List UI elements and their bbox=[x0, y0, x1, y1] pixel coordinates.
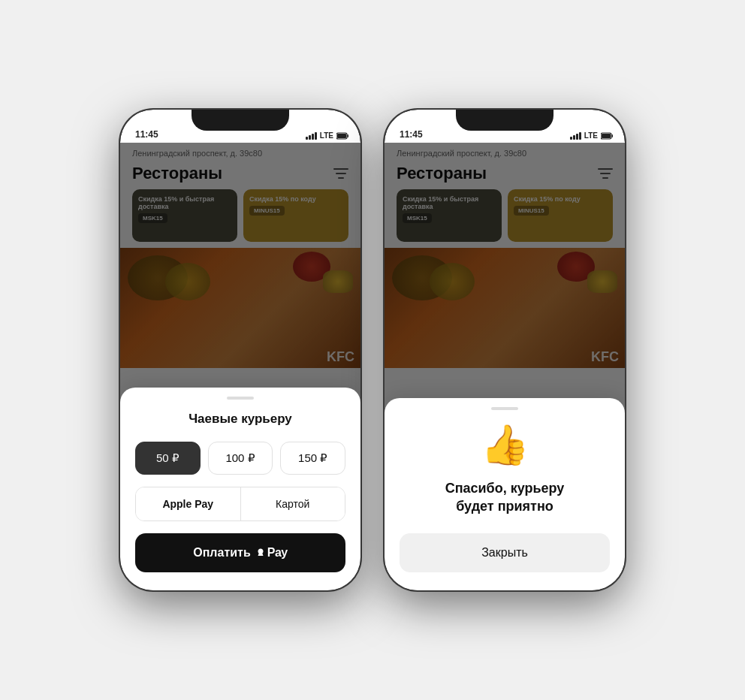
sheet-handle-1 bbox=[227, 397, 254, 400]
battery-icon-2 bbox=[601, 132, 613, 140]
tip-150-button[interactable]: 150 ₽ bbox=[280, 442, 345, 475]
apple-pay-logo: Pay bbox=[255, 546, 288, 560]
svg-rect-2 bbox=[337, 134, 346, 138]
signal-type-2: LTE bbox=[584, 131, 598, 140]
phone-frame-2: 11:45 LTE bbox=[385, 110, 625, 590]
signal-type-1: LTE bbox=[320, 131, 333, 140]
svg-rect-1 bbox=[348, 134, 349, 137]
apple-pay-tab[interactable]: Apple Pay bbox=[136, 487, 241, 520]
tips-sheet: Чаевые курьеру 50 ₽ 100 ₽ 150 ₽ Apple Pa… bbox=[120, 388, 360, 590]
success-message: Спасибо, курьерубудет приятно bbox=[400, 480, 610, 515]
sheet-title-tips: Чаевые курьеру bbox=[135, 412, 345, 427]
card-tab[interactable]: Картой bbox=[241, 487, 345, 520]
status-right-1: LTE bbox=[306, 131, 348, 140]
svg-rect-5 bbox=[602, 134, 611, 138]
signal-bars-1 bbox=[306, 132, 317, 140]
time-1: 11:45 bbox=[132, 129, 158, 140]
phone-frame-1: 11:45 LTE bbox=[120, 110, 360, 590]
notch-2 bbox=[456, 110, 553, 131]
notch-1 bbox=[192, 110, 289, 131]
phone-screen-1: 11:45 LTE bbox=[120, 110, 360, 590]
tip-options: 50 ₽ 100 ₽ 150 ₽ bbox=[135, 442, 345, 475]
pay-button-label: Оплатить bbox=[193, 546, 251, 560]
close-button[interactable]: Закрыть bbox=[400, 533, 610, 572]
success-emoji: 👍 bbox=[400, 422, 610, 468]
phone-screen-2: 11:45 LTE bbox=[385, 110, 625, 590]
pay-apple-pay-button[interactable]: Оплатить Pay bbox=[135, 533, 345, 572]
phone-tips: 11:45 LTE bbox=[120, 110, 360, 590]
payment-tabs: Apple Pay Картой bbox=[135, 487, 345, 521]
sheet-handle-2 bbox=[491, 407, 518, 410]
success-sheet: 👍 Спасибо, курьерубудет приятно Закрыть bbox=[385, 398, 625, 590]
signal-bars-2 bbox=[570, 132, 581, 140]
time-2: 11:45 bbox=[397, 129, 423, 140]
tip-100-button[interactable]: 100 ₽ bbox=[208, 442, 273, 475]
phone-success: 11:45 LTE bbox=[385, 110, 625, 590]
battery-icon-1 bbox=[336, 132, 348, 140]
svg-rect-4 bbox=[612, 134, 614, 137]
tip-50-button[interactable]: 50 ₽ bbox=[135, 442, 201, 475]
status-right-2: LTE bbox=[570, 131, 613, 140]
